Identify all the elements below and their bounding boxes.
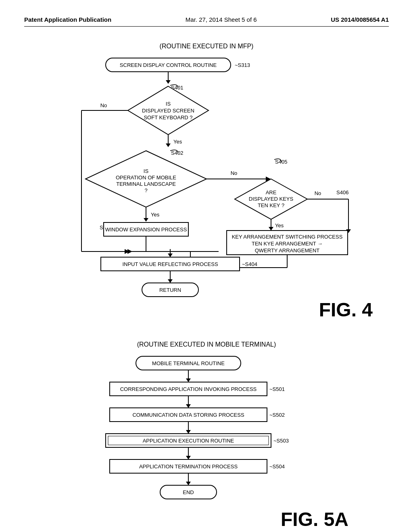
svg-marker-93: [186, 482, 191, 485]
fig4-diagram: SCREEN DISPLAY CONTROL ROUTINE ~S313 S40…: [33, 54, 380, 320]
fig4-title: (ROUTINE EXECUTED IN MFP): [24, 43, 389, 50]
svg-text:~S501: ~S501: [269, 386, 285, 392]
svg-marker-28: [144, 218, 148, 222]
svg-text:IS: IS: [166, 101, 171, 107]
fig5a-section: (ROUTINE EXECUTED IN MOBILE TERMINAL) MO…: [24, 341, 389, 532]
svg-text:INPUT VALUE REFLECTING PROCESS: INPUT VALUE REFLECTING PROCESS: [122, 261, 218, 267]
svg-text:No: No: [231, 170, 238, 176]
svg-marker-66: [168, 279, 173, 283]
svg-text:TERMINAL LANDSCAPE: TERMINAL LANDSCAPE: [116, 181, 176, 187]
svg-text:No: No: [100, 102, 107, 108]
fig5a-title: (ROUTINE EXECUTED IN MOBILE TERMINAL): [24, 341, 389, 348]
header-left: Patent Application Publication: [24, 16, 111, 23]
fig4-section: (ROUTINE EXECUTED IN MFP) SCREEN DISPLAY…: [24, 43, 389, 329]
svg-text:APPLICATION EXECUTION ROUTINE: APPLICATION EXECUTION ROUTINE: [143, 438, 234, 444]
svg-text:S406: S406: [336, 189, 348, 195]
svg-marker-82: [186, 430, 191, 434]
fig4-label: FIG. 4: [319, 299, 373, 321]
svg-marker-61: [168, 254, 173, 257]
svg-text:TEN KYE ARRANGEMENT →: TEN KYE ARRANGEMENT →: [252, 241, 323, 247]
fig5a-diagram: MOBILE TERMINAL ROUTINE CORRESPONDING AP…: [65, 352, 348, 530]
svg-marker-4: [166, 80, 171, 84]
svg-text:SCREEN DISPLAY CONTROL ROUTINE: SCREEN DISPLAY CONTROL ROUTINE: [120, 62, 217, 68]
svg-text:~S313: ~S313: [235, 62, 250, 68]
svg-text:Yes: Yes: [173, 139, 182, 145]
svg-text:WINDOW EXPANSION PROCESS: WINDOW EXPANSION PROCESS: [105, 227, 187, 233]
svg-marker-72: [186, 378, 191, 382]
header-center: Mar. 27, 2014 Sheet 5 of 6: [186, 16, 257, 23]
svg-text:QWERTY ARRANGEMENT: QWERTY ARRANGEMENT: [255, 247, 320, 254]
svg-text:~S502: ~S502: [269, 412, 285, 418]
svg-marker-77: [186, 404, 191, 408]
svg-text:END: END: [183, 489, 194, 495]
svg-text:~S503: ~S503: [273, 438, 289, 444]
header-right: US 2014/0085654 A1: [331, 16, 389, 23]
page-header: Patent Application Publication Mar. 27, …: [24, 16, 389, 27]
page: Patent Application Publication Mar. 27, …: [0, 0, 413, 532]
svg-text:IS: IS: [144, 168, 149, 174]
svg-text:Yes: Yes: [275, 222, 284, 229]
svg-text:MOBILE TERMINAL ROUTINE: MOBILE TERMINAL ROUTINE: [152, 360, 225, 366]
svg-text:~S404: ~S404: [242, 261, 257, 267]
svg-text:OPERATION OF MOBILE: OPERATION OF MOBILE: [116, 175, 176, 181]
svg-marker-16: [166, 143, 171, 147]
svg-text:SOFT KEYBOARD ?: SOFT KEYBOARD ?: [144, 114, 192, 121]
svg-text:?: ?: [144, 187, 147, 193]
svg-text:DISPLAYED KEYS: DISPLAYED KEYS: [249, 196, 294, 202]
svg-text:CORRESPONDING APPLICATION INVO: CORRESPONDING APPLICATION INVOKING PROCE…: [120, 386, 257, 392]
svg-marker-88: [186, 456, 191, 459]
svg-text:ARE: ARE: [266, 189, 277, 195]
svg-text:DISPLAYED SCREEN: DISPLAYED SCREEN: [142, 108, 194, 114]
svg-text:~S504: ~S504: [269, 463, 285, 470]
svg-text:Yes: Yes: [151, 212, 160, 218]
svg-marker-59: [127, 249, 132, 254]
svg-text:KEY ARRANGEMENT SWITCHING PROC: KEY ARRANGEMENT SWITCHING PROCESS: [232, 234, 343, 240]
svg-text:APPLICATION TERMINATION PROCES: APPLICATION TERMINATION PROCESS: [139, 463, 238, 470]
svg-text:RETURN: RETURN: [159, 287, 181, 293]
svg-text:No: No: [315, 190, 321, 196]
svg-marker-44: [269, 227, 273, 231]
svg-text:COMMUNICATION DATA STORING PRO: COMMUNICATION DATA STORING PROCESS: [132, 412, 244, 418]
fig5a-label: FIG. 5A: [281, 508, 348, 530]
svg-text:TEN KEY ?: TEN KEY ?: [258, 202, 284, 208]
